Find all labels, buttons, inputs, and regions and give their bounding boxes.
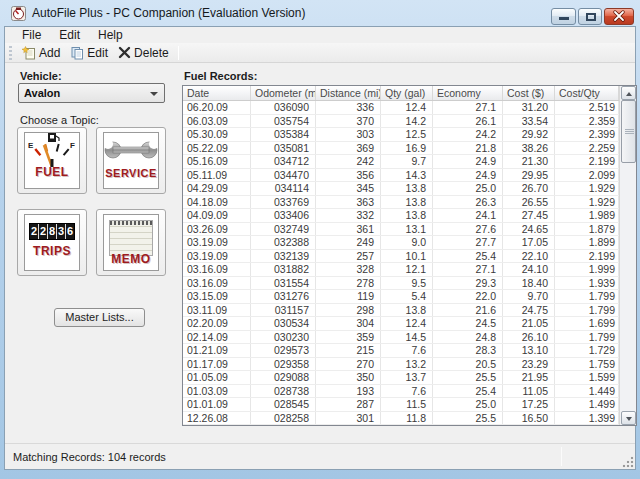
- column-header[interactable]: Cost ($): [503, 86, 555, 100]
- odometer-digit: 3: [56, 224, 65, 239]
- table-row[interactable]: 03.16.0903188232812.127.124.101.999: [183, 263, 636, 277]
- table-row[interactable]: 06.03.0903575437014.226.133.542.359: [183, 115, 636, 129]
- table-cell: 028545: [251, 398, 316, 411]
- table-cell: 22.0: [433, 290, 503, 303]
- resize-grip[interactable]: [621, 455, 634, 468]
- fuel-records-table: DateOdometer (mi)Distance (mi)Qty (gal)E…: [182, 85, 637, 426]
- table-cell: 04.18.09: [183, 196, 251, 209]
- table-cell: 18.40: [503, 277, 555, 290]
- table-row[interactable]: 12.26.0802825830111.825.516.501.399: [183, 412, 636, 426]
- table-cell: 26.10: [503, 331, 555, 344]
- table-row[interactable]: 03.26.0903274936113.127.624.651.879: [183, 223, 636, 237]
- table-row[interactable]: 06.20.0903609033612.427.131.202.519: [183, 101, 636, 115]
- table-cell: 01.03.09: [183, 385, 251, 398]
- fuel-table-body: 06.20.0903609033612.427.131.202.51906.03…: [183, 101, 636, 425]
- table-row[interactable]: 05.30.0903538430312.524.229.922.399: [183, 128, 636, 142]
- table-row[interactable]: 05.16.090347122429.724.921.302.199: [183, 155, 636, 169]
- notepad-spiral: [110, 221, 152, 225]
- table-cell: 032749: [251, 223, 316, 236]
- menu-edit[interactable]: Edit: [50, 27, 89, 43]
- delete-button[interactable]: Delete: [113, 45, 174, 61]
- table-cell: 1.399: [555, 412, 619, 425]
- table-cell: 14.5: [381, 331, 433, 344]
- table-cell: 25.4: [433, 385, 503, 398]
- table-cell: 303: [316, 128, 381, 141]
- table-row[interactable]: 04.09.0903340633213.824.127.451.989: [183, 209, 636, 223]
- toolbar-gripper[interactable]: [9, 46, 12, 60]
- table-cell: 1.799: [555, 290, 619, 303]
- column-header[interactable]: Economy: [433, 86, 503, 100]
- column-header[interactable]: Cost/Qty: [555, 86, 619, 100]
- topic-button-memo[interactable]: MEMO: [96, 209, 166, 276]
- topic-button-fuel[interactable]: E F FUEL: [17, 127, 87, 194]
- table-cell: 359: [316, 331, 381, 344]
- table-cell: 1.929: [555, 182, 619, 195]
- vertical-scrollbar[interactable]: [619, 86, 636, 425]
- table-cell: 028738: [251, 385, 316, 398]
- table-row[interactable]: 01.05.0902908835013.725.521.951.599: [183, 371, 636, 385]
- table-cell: 02.14.09: [183, 331, 251, 344]
- table-row[interactable]: 03.19.090323882499.027.717.051.899: [183, 236, 636, 250]
- table-row[interactable]: 02.20.0903053430412.424.521.051.699: [183, 317, 636, 331]
- table-cell: 9.5: [381, 277, 433, 290]
- add-button[interactable]: Add: [17, 45, 65, 61]
- column-header[interactable]: Odometer (mi): [251, 86, 316, 100]
- table-row[interactable]: 04.18.0903376936313.826.326.551.929: [183, 196, 636, 210]
- table-cell: 27.6: [433, 223, 503, 236]
- edit-button[interactable]: Edit: [65, 45, 113, 61]
- scroll-up-button[interactable]: [621, 86, 636, 100]
- table-cell: 12.1: [381, 263, 433, 276]
- title-bar[interactable]: AutoFile Plus - PC Companion (Evaluation…: [0, 0, 640, 26]
- trips-button-label: TRIPS: [25, 244, 79, 258]
- column-header[interactable]: Qty (gal): [381, 86, 433, 100]
- table-row[interactable]: 05.11.0903447035614.324.929.952.099: [183, 169, 636, 183]
- table-row[interactable]: 01.01.0902854528711.525.017.251.499: [183, 398, 636, 412]
- table-cell: 1.929: [555, 196, 619, 209]
- table-row[interactable]: 02.14.0903023035914.524.826.101.799: [183, 331, 636, 345]
- table-row[interactable]: 03.15.090312761195.422.09.701.799: [183, 290, 636, 304]
- table-row[interactable]: 03.19.0903213925710.125.422.102.199: [183, 250, 636, 264]
- table-header-row: DateOdometer (mi)Distance (mi)Qty (gal)E…: [183, 86, 636, 101]
- fuel-button-label: FUEL: [25, 165, 79, 179]
- topic-button-trips[interactable]: 22836 TRIPS: [17, 209, 87, 276]
- column-header[interactable]: Date: [183, 86, 251, 100]
- arrow-down-icon: [626, 417, 632, 421]
- table-cell: 370: [316, 115, 381, 128]
- table-cell: 12.5: [381, 128, 433, 141]
- table-cell: 25.0: [433, 398, 503, 411]
- table-cell: 035754: [251, 115, 316, 128]
- menu-file[interactable]: File: [13, 27, 50, 43]
- table-row[interactable]: 01.03.090287381937.625.411.051.449: [183, 385, 636, 399]
- table-cell: 12.4: [381, 101, 433, 114]
- table-cell: 270: [316, 358, 381, 371]
- menu-help[interactable]: Help: [89, 27, 132, 43]
- table-cell: 034712: [251, 155, 316, 168]
- topic-button-service[interactable]: SERVICE: [96, 127, 166, 194]
- close-button[interactable]: [604, 8, 634, 25]
- table-row[interactable]: 01.17.0902935827013.220.523.291.759: [183, 358, 636, 372]
- table-cell: 28.3: [433, 344, 503, 357]
- column-header[interactable]: Distance (mi): [316, 86, 381, 100]
- table-cell: 05.16.09: [183, 155, 251, 168]
- table-row[interactable]: 03.16.090315542789.529.318.401.939: [183, 277, 636, 291]
- table-cell: 05.22.09: [183, 142, 251, 155]
- table-cell: 1.699: [555, 317, 619, 330]
- table-cell: 215: [316, 344, 381, 357]
- table-cell: 278: [316, 277, 381, 290]
- table-cell: 031882: [251, 263, 316, 276]
- table-row[interactable]: 01.21.090295732157.628.313.101.729: [183, 344, 636, 358]
- vehicle-dropdown-value: Avalon: [24, 87, 60, 99]
- table-cell: 03.15.09: [183, 290, 251, 303]
- vehicle-dropdown[interactable]: Avalon: [18, 83, 165, 103]
- scrollbar-thumb[interactable]: [621, 100, 636, 163]
- table-row[interactable]: 05.22.0903508136916.921.838.262.259: [183, 142, 636, 156]
- maximize-button[interactable]: [578, 8, 602, 25]
- table-row[interactable]: 04.29.0903411434513.825.026.701.929: [183, 182, 636, 196]
- maximize-icon: [586, 13, 596, 21]
- table-row[interactable]: 03.11.0903115729813.821.624.751.799: [183, 304, 636, 318]
- master-lists-button[interactable]: Master Lists...: [54, 308, 145, 327]
- add-button-label: Add: [39, 46, 60, 60]
- table-cell: 03.11.09: [183, 304, 251, 317]
- minimize-button[interactable]: [551, 8, 576, 25]
- scroll-down-button[interactable]: [621, 411, 636, 425]
